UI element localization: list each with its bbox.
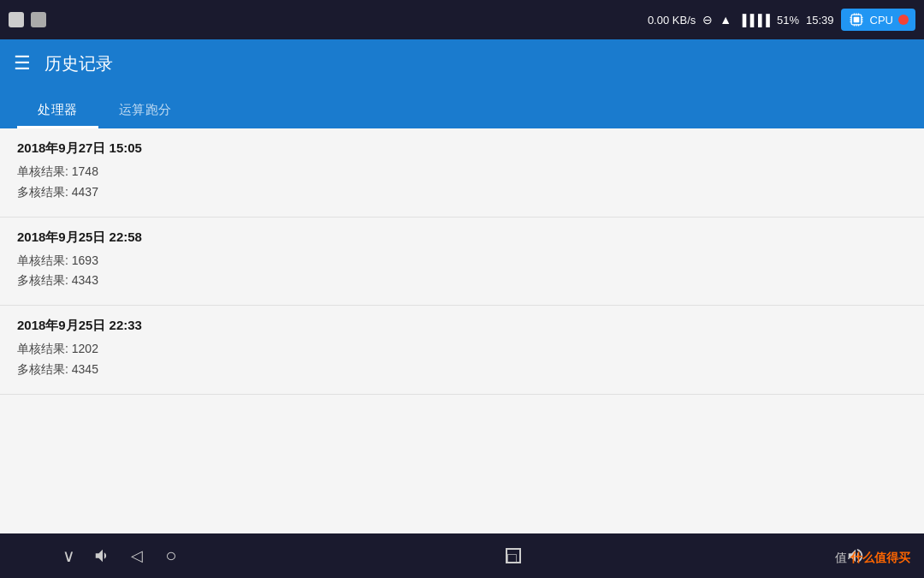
nav-down-icon[interactable]: ∨ [51, 539, 86, 573]
svg-rect-1 [853, 17, 859, 23]
record-date-1: 2018年9月27日 15:05 [17, 140, 907, 157]
cpu-badge: CPU [841, 9, 915, 31]
record-entry-2: 2018年9月25日 22:58 单核结果: 1693 多核结果: 4343 [0, 217, 924, 307]
record-detail-2: 单核结果: 1693 多核结果: 4343 [17, 251, 907, 292]
status-left [9, 12, 46, 27]
cpu-label: CPU [870, 14, 893, 27]
page-title: 历史记录 [44, 52, 113, 75]
single-core-label-2: 单核结果: [17, 253, 72, 267]
signal-icon: ▐▐▐▐ [738, 14, 770, 27]
nav-bar: ∨ ◁ ○ □ 值·什么值得买 [0, 533, 924, 578]
single-core-value-2: 1693 [72, 253, 98, 267]
record-date-3: 2018年9月25日 22:33 [17, 318, 907, 334]
toolbar: ☰ 历史记录 [0, 39, 924, 87]
multi-core-value-1: 4437 [72, 185, 98, 199]
tab-bar: 处理器 运算跑分 [0, 87, 924, 128]
app-icon-1 [9, 12, 24, 27]
tab-compute[interactable]: 运算跑分 [98, 92, 192, 128]
multi-core-value-3: 4345 [72, 362, 98, 376]
multi-core-label-1: 多核结果: [17, 185, 72, 199]
status-right: 0.00 KB/s ⊖ ▲ ▐▐▐▐ 51% 15:39 [648, 9, 915, 31]
network-speed: 0.00 KB/s [648, 14, 696, 27]
brand-name: 什么值得买 [850, 551, 910, 564]
main-content: 2018年9月27日 15:05 单核结果: 1748 多核结果: 4437 2… [0, 128, 924, 533]
brand-prefix: 值· [835, 551, 850, 564]
single-core-label-3: 单核结果: [17, 342, 72, 355]
nav-recent-icon[interactable]: □ [506, 548, 521, 563]
record-entry-1: 2018年9月27日 15:05 单核结果: 1748 多核结果: 4437 [0, 128, 924, 217]
cpu-recording-dot [898, 15, 909, 25]
nav-back-icon[interactable]: ◁ [120, 539, 154, 573]
menu-icon[interactable]: ☰ [14, 52, 31, 74]
battery-percent: 51% [777, 14, 799, 27]
multi-core-label-2: 多核结果: [17, 273, 72, 287]
single-core-value-3: 1202 [72, 342, 98, 355]
record-entry-3: 2018年9月25日 22:33 单核结果: 1202 多核结果: 4345 [0, 306, 924, 395]
wifi-icon: ▲ [720, 13, 732, 27]
nav-home-icon[interactable]: ○ [154, 539, 188, 573]
brand-label: 值·什么值得买 [835, 551, 910, 566]
record-date-2: 2018年9月25日 22:58 [17, 229, 907, 246]
cpu-icon [848, 11, 865, 28]
record-detail-1: 单核结果: 1748 多核结果: 4437 [17, 162, 907, 203]
app-icon-2 [31, 12, 46, 27]
single-core-label-1: 单核结果: [17, 164, 72, 178]
clock: 15:39 [806, 14, 834, 27]
mute-icon: ⊖ [702, 13, 713, 27]
status-bar: 0.00 KB/s ⊖ ▲ ▐▐▐▐ 51% 15:39 [0, 0, 924, 39]
multi-core-label-3: 多核结果: [17, 362, 72, 376]
tab-processor[interactable]: 处理器 [17, 92, 98, 128]
single-core-value-1: 1748 [72, 164, 98, 178]
multi-core-value-2: 4343 [72, 273, 98, 287]
nav-vol-left-icon[interactable] [86, 539, 120, 573]
record-detail-3: 单核结果: 1202 多核结果: 4345 [17, 339, 907, 380]
